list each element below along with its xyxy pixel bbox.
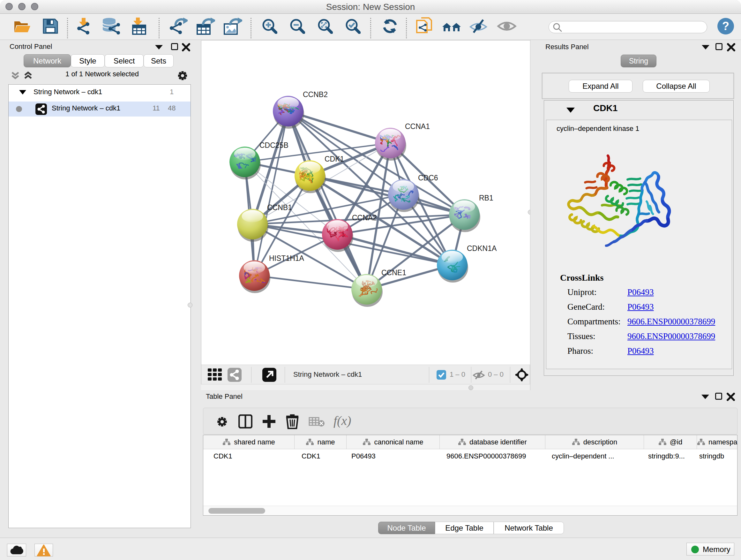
svg-text:CCNB2: CCNB2 bbox=[303, 90, 328, 99]
svg-text:CDK1: CDK1 bbox=[325, 155, 344, 163]
svg-text:CCNA1: CCNA1 bbox=[405, 122, 430, 131]
svg-text:RB1: RB1 bbox=[479, 194, 493, 202]
svg-text:HIST1H1A: HIST1H1A bbox=[269, 254, 305, 262]
svg-text:CCNE1: CCNE1 bbox=[381, 268, 406, 277]
svg-text:CCNA2: CCNA2 bbox=[352, 213, 377, 222]
svg-text:CCNB1: CCNB1 bbox=[267, 203, 292, 212]
svg-text:CDC6: CDC6 bbox=[418, 174, 438, 182]
svg-text:CDC25B: CDC25B bbox=[259, 141, 288, 149]
svg-text:CDKN1A: CDKN1A bbox=[467, 244, 497, 253]
svg-text:?: ? bbox=[722, 19, 729, 33]
